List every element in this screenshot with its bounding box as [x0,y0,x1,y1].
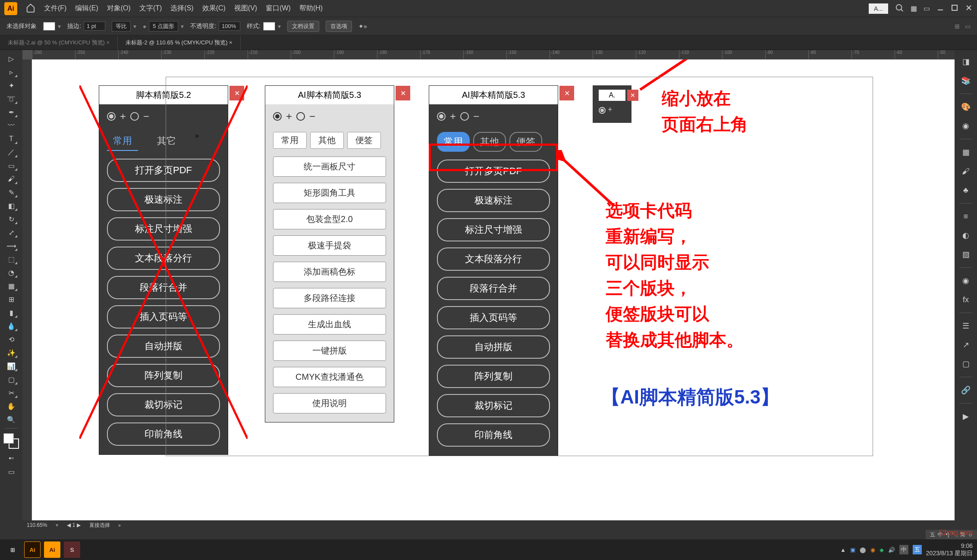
menu-help[interactable]: 帮助(H) [299,4,323,13]
radio-unchecked[interactable] [130,112,139,121]
script-button[interactable]: 裁切标记 [107,393,220,416]
script-button[interactable]: 统一画板尺寸 [273,156,386,177]
close-icon[interactable]: × [229,39,232,46]
tray-icon[interactable]: ⬤ [860,547,866,553]
tray-ime-icon[interactable]: 中 [899,545,908,554]
symbols-icon[interactable]: ♣ [958,183,973,197]
script-button[interactable]: 阵列复制 [107,364,220,387]
fill-stroke-control[interactable] [3,433,19,449]
artboards-icon[interactable]: ▢ [958,357,973,371]
tray-ime-icon[interactable]: 五 [913,545,922,554]
rotate-tool[interactable]: ↻ [4,213,18,225]
type-tool[interactable]: T [4,133,18,145]
script-button[interactable]: 极速手提袋 [273,235,386,256]
script-button[interactable]: 标注尺寸增强 [107,217,220,241]
tab-common[interactable]: 常用 [273,132,307,149]
taskbar-ai-icon[interactable]: Ai [24,541,41,558]
radio-unchecked[interactable] [460,112,469,121]
snap-icon[interactable]: ▭ [965,23,971,30]
radio-checked[interactable] [107,112,116,121]
pen-tool[interactable]: ✒ [4,106,18,118]
tab-notes[interactable]: 便签 [347,132,381,149]
script-button[interactable]: 自动拼版 [437,335,550,359]
style-swatch[interactable] [263,22,275,31]
script-button[interactable]: CMYK查找潘通色 [273,367,386,387]
transparency-icon[interactable]: ▨ [958,247,973,262]
script-button[interactable]: 生成出血线 [273,314,386,335]
script-button[interactable]: 自动拼版 [107,335,220,358]
asset-export-icon[interactable]: ↗ [958,338,973,352]
artboard[interactable]: 脚本精简版5.2 ✕ + − 常用 其它 » 打开多页PDF 极速标注 标注尺寸… [32,59,955,520]
arrange-docs-icon[interactable]: ▦ [911,4,917,13]
zoom-level[interactable]: 110.65% [27,522,47,528]
script-button[interactable]: 文本段落分行 [107,247,220,270]
script-button[interactable]: 插入页码等 [437,306,550,329]
line-tool[interactable]: ／ [4,146,18,158]
script-button[interactable]: 矩形圆角工具 [273,183,386,203]
close-icon[interactable]: ✕ [559,86,574,100]
libraries-icon[interactable]: 📚 [958,73,973,88]
color-guide-icon[interactable]: ◉ [958,119,973,133]
script-button[interactable]: 印前角线 [437,423,550,447]
uniform-select[interactable]: 等比 [112,21,131,31]
pin-icon[interactable]: ✦» [358,23,367,30]
close-icon[interactable]: ✕ [229,86,244,100]
brush-select[interactable]: 5 点圆形 [149,21,178,31]
paintbrush-tool[interactable]: 🖌 [4,173,18,185]
tab-common[interactable]: 常用 [107,132,138,151]
script-button[interactable]: 使用说明 [273,393,386,413]
scale-tool[interactable]: ⤢ [4,226,18,238]
script-button[interactable]: 极速标注 [437,189,550,212]
close-button[interactable] [965,4,973,13]
radio-checked[interactable] [599,107,606,114]
mesh-tool[interactable]: ⊞ [4,293,18,305]
start-button[interactable]: ⊞ [4,541,21,558]
blend-tool[interactable]: ⟲ [4,333,18,345]
menu-window[interactable]: 窗口(W) [266,4,291,13]
layers-icon[interactable]: ☰ [958,319,973,333]
menu-type[interactable]: 文字(T) [139,4,162,13]
tray-icon[interactable]: ◆ [880,547,884,553]
script-button[interactable]: 插入页码等 [107,305,220,328]
align-icon[interactable]: ⊞ [955,23,960,30]
free-transform-tool[interactable]: ⬚ [4,253,18,265]
radio-checked[interactable] [273,112,282,121]
doc-setup-button[interactable]: 文档设置 [287,21,319,32]
artboard-nav[interactable]: ◀ 1 ▶ [67,522,80,528]
script-button[interactable]: 添加画稿色标 [273,262,386,282]
menu-file[interactable]: 文件(F) [44,4,66,13]
symbol-sprayer-tool[interactable]: ✨ [4,347,18,359]
color-icon[interactable]: 🎨 [958,100,973,114]
home-icon[interactable] [26,3,35,14]
workspace-icon[interactable]: ▭ [924,4,930,13]
script-button[interactable]: 段落行合并 [437,277,550,300]
close-icon[interactable]: ✕ [396,86,410,100]
stroke-icon[interactable]: ≡ [958,209,973,224]
magic-wand-tool[interactable]: ✦ [4,79,18,91]
rectangle-tool[interactable]: ▭ [4,160,18,172]
eyedropper-tool[interactable]: 💧 [4,320,18,332]
script-button[interactable]: 段落行合并 [107,276,220,299]
lasso-tool[interactable]: ➰ [4,93,18,105]
tray-icon[interactable]: ▣ [850,547,855,553]
opacity-input[interactable] [219,22,240,31]
fill-swatch[interactable] [43,22,55,31]
prefs-button[interactable]: 首选项 [326,21,352,32]
tab-other[interactable]: 其他 [310,132,344,149]
script-button[interactable]: 印前角线 [107,422,220,446]
brushes-icon[interactable]: 🖌 [958,164,973,178]
script-button[interactable]: 标注尺寸增强 [437,218,550,241]
direct-selection-tool[interactable]: ▹ [4,66,18,78]
script-button[interactable]: 裁切标记 [437,394,550,417]
script-button[interactable]: 包装盒型2.0 [273,209,386,229]
shape-builder-tool[interactable]: ◔ [4,266,18,278]
menu-edit[interactable]: 编辑(E) [75,4,98,13]
clock[interactable]: 9:06 2023/8/13 星期日 [926,542,973,557]
radio-checked[interactable] [437,112,446,121]
graphic-styles-icon[interactable]: fx [958,292,973,307]
gradient-tool[interactable]: ▮ [4,307,18,319]
menu-effect[interactable]: 效果(C) [202,4,226,13]
tray-icon[interactable]: ▲ [840,547,846,553]
perspective-tool[interactable]: ▦ [4,280,18,292]
taskbar-ai-icon-active[interactable]: Ai [44,541,60,558]
